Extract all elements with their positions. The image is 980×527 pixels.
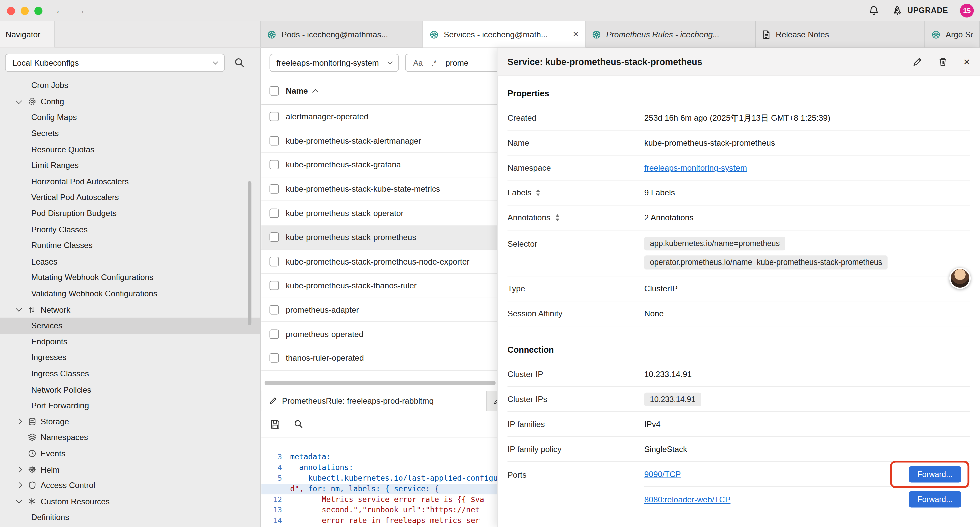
row-checkbox[interactable] xyxy=(269,112,279,121)
sidebar-item-namespaces[interactable]: Namespaces xyxy=(0,429,260,445)
assistant-avatar[interactable] xyxy=(949,267,970,289)
sidebar-item-endpoints[interactable]: Endpoints xyxy=(0,334,260,350)
row-checkbox[interactable] xyxy=(269,353,279,363)
regex-toggle[interactable]: .* xyxy=(431,58,437,67)
tab-title: Services - icecheng@math... xyxy=(444,30,548,39)
row-checkbox[interactable] xyxy=(269,281,279,290)
upgrade-button[interactable]: UPGRADE xyxy=(891,5,948,17)
sidebar-item-secrets[interactable]: Secrets xyxy=(0,126,260,142)
tab-title: Release Notes xyxy=(776,30,829,39)
sidebar-item-mutating-webhook-configurations[interactable]: Mutating Webhook Configurations xyxy=(0,269,260,285)
sidebar-item-access-control[interactable]: Access Control xyxy=(0,477,260,493)
navigator-panel-tab[interactable]: Navigator xyxy=(0,21,55,48)
port-8080-link[interactable]: 8080:reloader-web/TCP xyxy=(644,495,731,504)
select-all-checkbox[interactable] xyxy=(269,86,279,96)
notification-count-badge[interactable]: 15 xyxy=(960,4,974,18)
property-row-type: Type ClusterIP xyxy=(508,276,970,301)
sidebar-item-runtime-classes[interactable]: Runtime Classes xyxy=(0,237,260,253)
sidebar-item-ingresses[interactable]: Ingresses xyxy=(0,350,260,366)
tab-services[interactable]: Services - icecheng@math... × xyxy=(423,21,586,48)
tab-prometheus-rules[interactable]: Prometheus Rules - icecheng... xyxy=(586,21,756,48)
helm-wheel-icon xyxy=(28,465,40,473)
forward-button[interactable]: → xyxy=(76,6,86,16)
tab-bar: Navigator Pods - icecheng@mathmas... Ser… xyxy=(0,21,980,48)
row-checkbox[interactable] xyxy=(269,305,279,314)
chevron-down-icon xyxy=(387,59,393,65)
navigator-tree: Cron Jobs Config Config Maps Secrets Res… xyxy=(0,77,260,525)
name-column-header[interactable]: Name xyxy=(286,86,317,96)
row-checkbox[interactable] xyxy=(269,233,279,242)
tab-argo[interactable]: Argo Se xyxy=(925,21,980,48)
sidebar-item-helm[interactable]: Helm xyxy=(0,461,260,477)
sidebar-scrollbar[interactable] xyxy=(248,181,251,325)
kubeconfig-selector[interactable]: Local Kubeconfigs xyxy=(5,54,225,72)
forward-button-8080[interactable]: Forward... xyxy=(908,491,961,508)
sidebar-item-cron-jobs[interactable]: Cron Jobs xyxy=(0,77,260,93)
property-row-name: Name kube-prometheus-stack-prometheus xyxy=(508,131,970,156)
editor-tab-prometheusrule[interactable]: PrometheusRule: freeleaps-prod-rabbitmq xyxy=(261,390,487,411)
editor-search-icon[interactable] xyxy=(294,419,303,428)
row-checkbox[interactable] xyxy=(269,185,279,194)
sidebar-item-storage[interactable]: Storage xyxy=(0,413,260,429)
sidebar-item-resource-quotas[interactable]: Resource Quotas xyxy=(0,142,260,158)
horizontal-scrollbar[interactable] xyxy=(264,381,496,385)
chevron-right-icon xyxy=(16,419,22,424)
match-case-toggle[interactable]: Aa xyxy=(413,58,423,67)
back-button[interactable]: ← xyxy=(55,6,65,16)
sidebar-item-priority-classes[interactable]: Priority Classes xyxy=(0,221,260,237)
kubeconfig-selector-value: Local Kubeconfigs xyxy=(12,58,79,67)
row-checkbox[interactable] xyxy=(269,257,279,266)
sidebar-item-events[interactable]: Events xyxy=(0,445,260,461)
sidebar-item-port-forwarding[interactable]: Port Forwarding xyxy=(0,397,260,413)
sidebar-item-limit-ranges[interactable]: Limit Ranges xyxy=(0,158,260,174)
expand-collapse-icon[interactable] xyxy=(555,215,559,221)
chevron-down-icon xyxy=(16,98,22,103)
expand-collapse-icon[interactable] xyxy=(536,189,540,196)
edit-pencil-icon[interactable] xyxy=(913,57,923,67)
sidebar-item-custom-resources[interactable]: Custom Resources xyxy=(0,493,260,509)
navigator-panel-title: Navigator xyxy=(6,30,40,39)
sidebar-item-horizontal-pod-autoscalers[interactable]: Horizontal Pod Autoscalers xyxy=(0,174,260,189)
port-row: 9090/TCP Forward... xyxy=(644,462,970,487)
kubernetes-icon xyxy=(931,30,941,39)
row-checkbox[interactable] xyxy=(269,329,279,339)
chevron-right-icon xyxy=(16,482,22,488)
sidebar-item-config-maps[interactable]: Config Maps xyxy=(0,110,260,126)
property-row-ip-families: IP families IPv4 xyxy=(508,412,970,437)
app-window: ← → UPGRADE 15 Navigator Pod xyxy=(0,0,980,527)
notifications-bell-icon[interactable] xyxy=(868,5,879,16)
sidebar-item-ingress-classes[interactable]: Ingress Classes xyxy=(0,366,260,382)
maximize-window-button[interactable] xyxy=(34,7,42,15)
drawer-header: Service: kube-prometheus-stack-prometheu… xyxy=(497,48,980,76)
row-checkbox[interactable] xyxy=(269,209,279,218)
sidebar-search-icon[interactable] xyxy=(234,57,245,68)
cluster-ip-chip: 10.233.14.91 xyxy=(644,392,702,406)
tab-release-notes[interactable]: Release Notes xyxy=(756,21,925,48)
sidebar-item-network-policies[interactable]: Network Policies xyxy=(0,381,260,397)
save-icon[interactable] xyxy=(270,419,280,429)
tab-pods[interactable]: Pods - icecheng@mathmas... xyxy=(261,21,423,48)
selector-chip: operator.prometheus.io/name=kube-prometh… xyxy=(644,255,888,269)
sidebar-item-services[interactable]: Services xyxy=(0,318,260,334)
namespace-filter-select[interactable]: freeleaps-monitoring-system xyxy=(269,54,399,72)
close-window-button[interactable] xyxy=(7,7,15,15)
sidebar-item-definitions[interactable]: Definitions xyxy=(0,509,260,525)
kubernetes-icon xyxy=(267,30,276,39)
clock-icon xyxy=(28,449,40,457)
sidebar-item-pod-disruption-budgets[interactable]: Pod Disruption Budgets xyxy=(0,205,260,221)
port-9090-link[interactable]: 9090/TCP xyxy=(644,469,681,479)
sidebar-item-leases[interactable]: Leases xyxy=(0,253,260,269)
delete-trash-icon[interactable] xyxy=(938,57,948,67)
pencil-icon xyxy=(269,396,277,404)
sidebar-item-validating-webhook-configurations[interactable]: Validating Webhook Configurations xyxy=(0,285,260,301)
forward-button-9090[interactable]: Forward... xyxy=(908,466,961,482)
namespace-link[interactable]: freeleaps-monitoring-system xyxy=(644,163,747,172)
sidebar-item-config[interactable]: Config xyxy=(0,93,260,110)
sidebar-item-network[interactable]: Network xyxy=(0,301,260,318)
close-tab-icon[interactable]: × xyxy=(569,29,579,40)
row-checkbox[interactable] xyxy=(269,136,279,145)
sidebar-item-vertical-pod-autoscalers[interactable]: Vertical Pod Autoscalers xyxy=(0,189,260,205)
row-checkbox[interactable] xyxy=(269,161,279,170)
close-icon[interactable]: × xyxy=(963,56,970,68)
minimize-window-button[interactable] xyxy=(21,7,29,15)
